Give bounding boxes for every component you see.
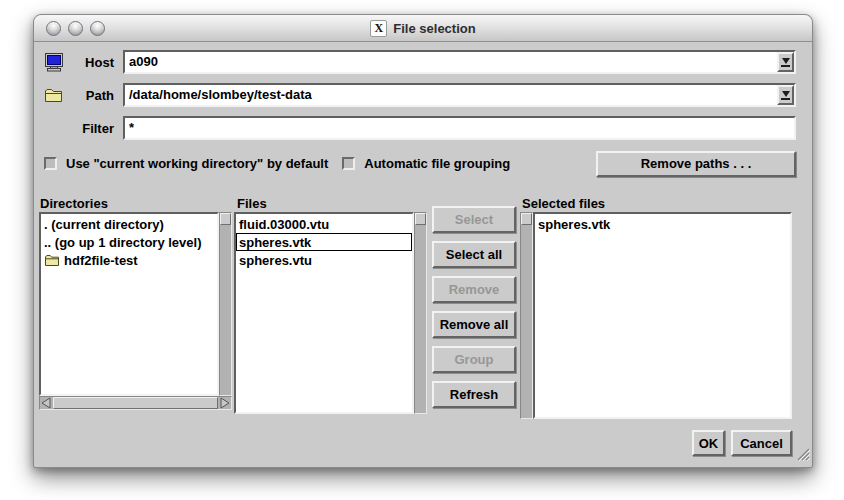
files-label: Files <box>237 196 267 211</box>
remove-button[interactable]: Remove <box>432 276 516 303</box>
scroll-left-icon[interactable] <box>40 397 53 409</box>
path-row: Path /data/home/slombey/test-data <box>44 83 796 107</box>
directory-item-label: hdf2file-test <box>64 253 138 268</box>
host-input[interactable]: a090 <box>125 52 777 72</box>
auto-grouping-checkbox[interactable] <box>342 157 355 170</box>
file-item-label: fluid.03000.vtu <box>239 217 329 232</box>
selected-files-vertical-scrollbar[interactable] <box>520 212 533 419</box>
dropdown-underline-icon <box>781 98 790 100</box>
refresh-button[interactable]: Refresh <box>432 381 516 408</box>
titlebar[interactable]: X File selection <box>34 15 812 42</box>
path-dropdown-button[interactable] <box>777 85 794 105</box>
list-item-selected[interactable]: spheres.vtk <box>236 233 412 251</box>
computer-icon <box>44 53 68 72</box>
scrollbar-thumb[interactable] <box>521 213 532 225</box>
file-item-label: spheres.vtk <box>239 235 311 250</box>
window-title: File selection <box>393 21 475 36</box>
list-item[interactable]: fluid.03000.vtu <box>236 215 412 233</box>
group-button[interactable]: Group <box>432 346 516 373</box>
host-combobox[interactable]: a090 <box>123 50 796 74</box>
list-item[interactable]: spheres.vtk <box>535 215 790 233</box>
list-item[interactable]: . (current directory) <box>41 215 217 233</box>
files-vertical-scrollbar[interactable] <box>414 212 427 414</box>
list-item[interactable]: hdf2file-test <box>41 251 217 269</box>
window-controls <box>46 21 105 36</box>
window-title-area: X File selection <box>370 20 475 37</box>
use-cwd-label: Use "current working directory" by defau… <box>66 156 328 171</box>
folder-icon <box>44 88 68 103</box>
host-row: Host a090 <box>44 50 796 74</box>
selected-files-panel: spheres.vtk <box>520 212 792 419</box>
file-selection-window: X File selection Host a090 <box>33 14 813 468</box>
directories-horizontal-scrollbar[interactable] <box>39 396 232 410</box>
scrollbar-thumb[interactable] <box>53 397 218 409</box>
window-zoom-button[interactable] <box>90 21 105 36</box>
selected-files-label: Selected files <box>522 196 605 211</box>
window-minimize-button[interactable] <box>68 21 83 36</box>
file-item-label: spheres.vtu <box>239 253 312 268</box>
directory-item-label: . (current directory) <box>44 217 164 232</box>
select-all-button[interactable]: Select all <box>432 241 516 268</box>
use-cwd-checkbox[interactable] <box>44 157 57 170</box>
path-input[interactable]: /data/home/slombey/test-data <box>125 85 777 105</box>
host-label: Host <box>68 55 114 70</box>
options-row: Use "current working directory" by defau… <box>44 150 796 177</box>
path-combobox[interactable]: /data/home/slombey/test-data <box>123 83 796 107</box>
filter-row: Filter * <box>44 116 796 140</box>
filter-label: Filter <box>68 121 114 136</box>
selected-file-label: spheres.vtk <box>538 217 610 232</box>
dropdown-underline-icon <box>781 65 790 67</box>
files-list[interactable]: fluid.03000.vtu spheres.vtk spheres.vtu <box>234 212 414 414</box>
directory-item-label: .. (go up 1 directory level) <box>44 235 201 250</box>
cancel-button[interactable]: Cancel <box>731 430 792 456</box>
remove-all-button[interactable]: Remove all <box>432 311 516 338</box>
directories-list[interactable]: . (current directory) .. (go up 1 direct… <box>39 212 219 396</box>
scrollbar-thumb[interactable] <box>415 213 426 225</box>
scrollbar-thumb[interactable] <box>220 213 231 225</box>
directories-vertical-scrollbar[interactable] <box>219 212 232 396</box>
list-item[interactable]: .. (go up 1 directory level) <box>41 233 217 251</box>
window-close-button[interactable] <box>46 21 61 36</box>
chevron-down-icon <box>782 91 790 97</box>
folder-icon <box>44 254 60 267</box>
host-dropdown-button[interactable] <box>777 52 794 72</box>
select-button[interactable]: Select <box>432 206 516 233</box>
scroll-right-icon[interactable] <box>218 397 231 409</box>
directories-panel: . (current directory) .. (go up 1 direct… <box>39 212 232 410</box>
ok-button[interactable]: OK <box>692 430 725 456</box>
resize-grip[interactable] <box>794 446 810 465</box>
selected-files-list[interactable]: spheres.vtk <box>533 212 792 419</box>
chevron-down-icon <box>782 58 790 64</box>
directories-label: Directories <box>40 196 108 211</box>
x11-icon: X <box>370 20 387 37</box>
path-label: Path <box>68 88 114 103</box>
remove-paths-button[interactable]: Remove paths . . . <box>596 151 796 177</box>
auto-grouping-label: Automatic file grouping <box>364 156 510 171</box>
filter-field[interactable]: * <box>123 116 796 140</box>
list-item[interactable]: spheres.vtu <box>236 251 412 269</box>
files-panel: fluid.03000.vtu spheres.vtk spheres.vtu <box>234 212 427 414</box>
filter-input[interactable]: * <box>125 118 794 138</box>
